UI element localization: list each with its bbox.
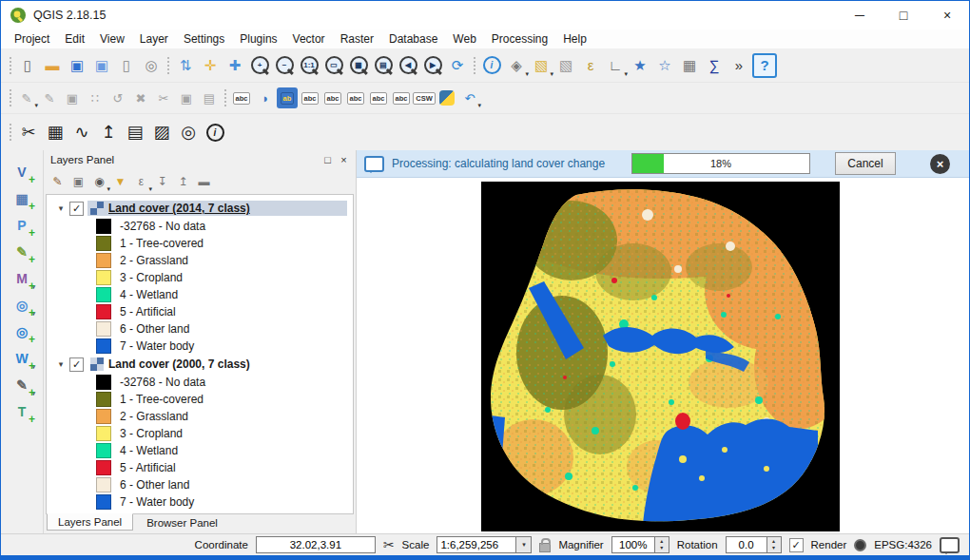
layer-visibility-checkbox[interactable]: ✓ (69, 202, 84, 216)
rotate-label-icon[interactable]: abc (368, 87, 389, 108)
legend-class-row[interactable]: 7 - Water body (47, 493, 353, 511)
help-icon[interactable]: ? (752, 53, 777, 78)
add-group-icon[interactable]: ▣ (68, 172, 88, 192)
spin-up-icon[interactable]: ▴ (772, 538, 775, 545)
attribute-table-icon[interactable]: ▦ (678, 54, 701, 77)
scale-dropdown-icon[interactable]: ▾ (515, 536, 532, 553)
new-bookmark-icon[interactable]: ★ (629, 54, 651, 77)
render-checkbox[interactable]: ✓ (789, 538, 804, 552)
legend-class-row[interactable]: 5 - Artificial (47, 303, 353, 320)
menu-web[interactable]: Web (445, 30, 483, 48)
globe-icon[interactable]: ◎ (176, 120, 201, 145)
add-postgis-layer-icon[interactable]: P (10, 213, 34, 237)
magnifier-spin-buttons[interactable]: ▴▾ (654, 536, 669, 553)
crs-status-icon[interactable] (854, 539, 866, 551)
layer-row-2014[interactable]: ▾ ✓ Land cover (2014, 7 class) (47, 199, 353, 218)
lock-scale-icon[interactable] (539, 543, 551, 552)
upload-layer-icon[interactable]: ↥ (96, 120, 121, 145)
log-messages-icon[interactable] (940, 537, 960, 553)
legend-class-row[interactable]: 1 - Tree-covered (47, 391, 353, 408)
legend-class-row[interactable]: 1 - Tree-covered (47, 235, 353, 252)
show-bookmarks-icon[interactable]: ☆ (653, 54, 676, 77)
menu-settings[interactable]: Settings (176, 30, 232, 48)
spin-down-icon[interactable]: ▾ (772, 545, 775, 551)
zoom-next-icon[interactable]: ▶ (421, 54, 444, 77)
current-edits-icon[interactable]: ✎▾ (16, 87, 37, 108)
python-console-icon[interactable]: Py (436, 87, 457, 108)
magnifier-spinner[interactable]: ▴▾ (611, 536, 669, 553)
copy-features-icon[interactable]: ▣ (176, 87, 197, 108)
toolbar-handle[interactable] (10, 124, 11, 141)
crs-status-button[interactable]: EPSG:4326 (874, 539, 932, 550)
legend-class-row[interactable]: 6 - Other land (47, 476, 353, 493)
legend-class-row[interactable]: 2 - Grassland (47, 252, 353, 269)
new-project-icon[interactable]: ▯ (16, 54, 39, 77)
filter-expression-icon[interactable]: ε▾ (131, 172, 151, 192)
legend-class-row[interactable]: 3 - Cropland (47, 425, 353, 442)
rotate-feature-icon[interactable]: ↺ (107, 87, 128, 108)
menu-processing[interactable]: Processing (484, 30, 555, 48)
open-project-icon[interactable]: ▬ (41, 54, 64, 77)
expander-icon[interactable]: ▾ (56, 203, 66, 213)
folder-black-icon[interactable]: ▨ (149, 120, 174, 145)
move-label-icon[interactable]: abc (345, 87, 366, 108)
menu-help[interactable]: Help (555, 30, 594, 48)
dismiss-message-button[interactable]: × (930, 154, 950, 174)
toolbar-handle[interactable] (224, 89, 226, 106)
composer-manager-icon[interactable]: ◎ (140, 54, 163, 77)
legend-class-row[interactable]: 4 - Wetland (47, 286, 353, 303)
new-composer-icon[interactable]: ▯ (115, 54, 138, 77)
coordinate-input[interactable] (256, 536, 376, 553)
add-wcs-layer-icon[interactable]: ◎ (10, 319, 34, 343)
toolbar-handle[interactable] (10, 89, 11, 106)
legend-class-row[interactable]: 3 - Cropland (47, 269, 353, 286)
expand-all-icon[interactable]: ↧ (152, 172, 172, 192)
profile-chart-icon[interactable]: ∿ (69, 120, 94, 145)
menu-project[interactable]: Project (7, 30, 57, 48)
feature-action-icon[interactable]: ◈▾ (505, 54, 528, 77)
pan-map-icon[interactable]: ✛ (199, 54, 222, 77)
remove-layer-icon[interactable]: ▬ (194, 172, 214, 192)
select-by-expression-icon[interactable]: ε (579, 54, 602, 77)
legend-class-row[interactable]: 2 - Grassland (47, 408, 353, 425)
delete-selected-icon[interactable]: ✖ (130, 87, 151, 108)
toolbar-handle[interactable] (10, 57, 11, 74)
node-tool-icon[interactable]: ∷ (85, 87, 106, 108)
magnifier-input[interactable] (611, 536, 654, 553)
layer-labeling-icon[interactable]: abc (231, 87, 252, 108)
toggle-extents-icon[interactable]: ✂ (383, 537, 395, 552)
add-wms-layer-icon[interactable]: ◎▾ (10, 293, 34, 317)
identify-icon[interactable]: i (480, 54, 503, 77)
menu-raster[interactable]: Raster (333, 30, 381, 48)
add-raster-layer-icon[interactable]: ▦ (10, 186, 34, 210)
layer-row-2000[interactable]: ▾ ✓ Land cover (2000, 7 class) (47, 355, 353, 374)
select-features-icon[interactable]: ▧▾ (530, 54, 553, 77)
legend-class-row[interactable]: 7 - Water body (47, 338, 353, 355)
tab-browser-panel[interactable]: Browser Panel (135, 514, 229, 531)
attribute-grid-icon[interactable]: ▦ (43, 120, 68, 145)
toolbar-overflow-icon[interactable]: » (728, 54, 750, 77)
map-canvas[interactable] (357, 178, 969, 533)
add-spatialite-layer-icon[interactable]: ✎ (10, 240, 34, 263)
scale-combo[interactable]: ▾ (436, 536, 532, 553)
undo-redo-icon[interactable]: ↶▾ (459, 87, 480, 108)
minimize-button[interactable]: ─ (838, 1, 882, 29)
metasearch-csw-icon[interactable]: CSW (414, 87, 435, 108)
close-panel-icon[interactable]: × (336, 152, 352, 167)
toolbar-handle[interactable] (474, 57, 475, 74)
rotation-spinner[interactable]: ▴▾ (726, 536, 782, 553)
highlight-labels-icon[interactable]: abc (322, 87, 343, 108)
menu-plugins[interactable]: Plugins (232, 30, 284, 48)
add-delimited-text-layer-icon[interactable]: T (10, 399, 34, 423)
legend-class-row[interactable]: -32768 - No data (47, 374, 353, 391)
zoom-in-icon[interactable]: + (248, 54, 271, 77)
legend-class-row[interactable]: -32768 - No data (47, 218, 353, 235)
zoom-to-layer-icon[interactable]: ▤ (372, 54, 395, 77)
touch-zoom-icon[interactable]: ⇅ (174, 54, 197, 77)
rotation-spin-buttons[interactable]: ▴▾ (766, 536, 782, 553)
zoom-last-icon[interactable]: ◀ (397, 54, 419, 77)
expander-icon[interactable]: ▾ (56, 359, 66, 369)
menu-layer[interactable]: Layer (132, 30, 176, 48)
menu-view[interactable]: View (92, 30, 132, 48)
measure-icon[interactable]: ∟▾ (604, 54, 627, 77)
